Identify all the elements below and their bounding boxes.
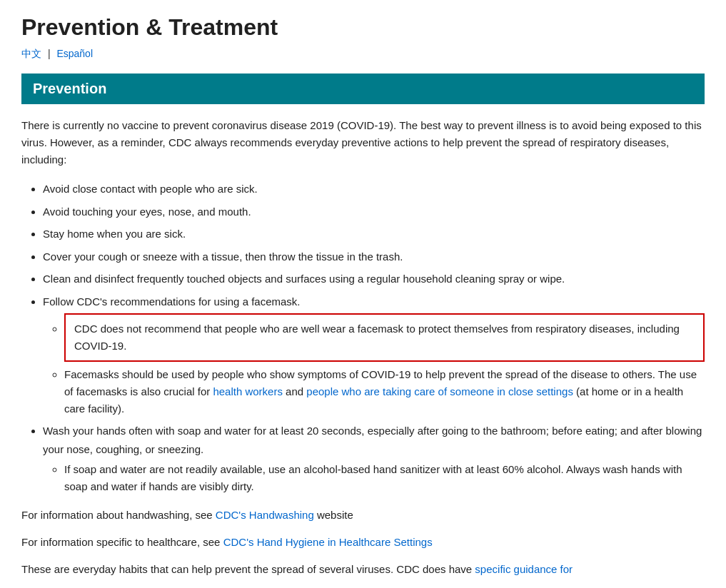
list-item: Avoid touching your eyes, nose, and mout… — [43, 203, 705, 221]
list-item: Clean and disinfect frequently touched o… — [43, 270, 705, 288]
info-line-specific-guidance: These are everyday habits that can help … — [21, 561, 705, 578]
prevention-list: Avoid close contact with people who are … — [43, 180, 705, 495]
sub-list-item-facemask-use: Facemasks should be used by people who s… — [64, 366, 705, 417]
language-links: 中文 | Español — [21, 48, 705, 61]
specific-guidance-link[interactable]: specific guidance for — [475, 563, 573, 575]
sub-list-item-sanitizer: If soap and water are not readily availa… — [64, 461, 705, 495]
page-title: Prevention & Treatment — [21, 14, 705, 41]
info-line-healthcare: For information specific to healthcare, … — [21, 534, 705, 551]
health-workers-link[interactable]: health workers — [213, 385, 283, 397]
spanish-link[interactable]: Español — [56, 48, 93, 59]
list-item-facemask: Follow CDC's recommendations for using a… — [43, 293, 705, 418]
list-item: Avoid close contact with people who are … — [43, 180, 705, 198]
list-item: Stay home when you are sick. — [43, 225, 705, 243]
chinese-link[interactable]: 中文 — [21, 48, 41, 59]
cdc-hand-hygiene-link[interactable]: CDC's Hand Hygiene in Healthcare Setting… — [223, 536, 433, 548]
cdc-handwashing-link[interactable]: CDC's Handwashing — [216, 509, 314, 521]
prevention-section-header: Prevention — [21, 74, 705, 104]
list-item-handwash: Wash your hands often with soap and wate… — [43, 422, 705, 495]
prevention-intro: There is currently no vaccine to prevent… — [21, 117, 705, 168]
taking-care-link[interactable]: people who are taking care of someone in… — [306, 385, 573, 397]
link-separator: | — [48, 48, 51, 59]
highlighted-warning-box: CDC does not recommend that people who a… — [64, 313, 705, 362]
handwash-sublist: If soap and water are not readily availa… — [64, 461, 705, 495]
sub-list-item-highlighted: CDC does not recommend that people who a… — [64, 313, 705, 362]
info-line-handwashing: For information about handwashing, see C… — [21, 507, 705, 524]
facemask-sublist: CDC does not recommend that people who a… — [64, 313, 705, 417]
list-item: Cover your cough or sneeze with a tissue… — [43, 248, 705, 266]
